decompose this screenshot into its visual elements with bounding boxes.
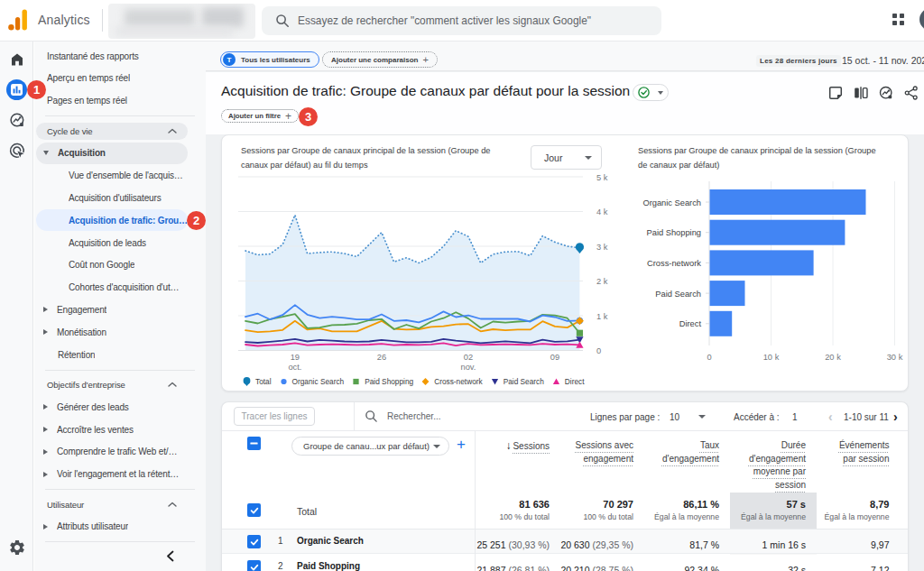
row-checkbox[interactable] — [247, 503, 261, 517]
legend-item[interactable]: Total — [242, 375, 272, 388]
svg-text:0: 0 — [596, 346, 601, 355]
pagination-range: 1-10 sur 11 — [844, 402, 889, 431]
chevron-up-icon — [168, 128, 177, 134]
row-index: 2 — [278, 561, 283, 571]
annotation-step-2: 2 — [187, 211, 206, 230]
sidebar-item[interactable]: Monétisation — [36, 321, 188, 343]
sidebar-divider — [45, 489, 195, 490]
column-header[interactable]: Duréed'engagementmoyenne parsession — [749, 439, 806, 492]
legend-item[interactable]: Paid Search — [490, 375, 544, 388]
column-header[interactable]: Événementspar session — [839, 439, 890, 465]
legend-label: Direct — [565, 377, 585, 386]
user-avatar[interactable] — [919, 8, 924, 31]
legend-item[interactable]: Cross-network — [420, 375, 482, 388]
svg-text:5 k: 5 k — [596, 173, 608, 182]
legend-item[interactable]: Direct — [551, 375, 585, 388]
insights-icon[interactable] — [879, 86, 893, 100]
sidebar-item[interactable]: Engagement — [36, 299, 188, 320]
table-card: Tracer les lignes Rechercher... Lignes p… — [221, 401, 909, 571]
add-dimension-icon[interactable]: + — [457, 436, 466, 454]
admin-gear-icon[interactable] — [8, 539, 26, 557]
sidebar-item[interactable]: Acquisition — [36, 143, 188, 164]
sessions-bar-chart: 010 k20 k30 kOrganic SearchPaid Shopping… — [633, 177, 912, 368]
svg-text:02: 02 — [464, 353, 473, 362]
legend-marker-circle-icon — [279, 375, 289, 388]
sidebar-item[interactable]: Voir l'engagement et la rétent… — [36, 464, 188, 485]
svg-text:Paid Search: Paid Search — [655, 290, 701, 299]
sidebar-item-label: Rétention — [58, 350, 95, 360]
row-index: 1 — [278, 536, 283, 546]
report-quality-pill[interactable] — [633, 84, 669, 101]
sidebar-section-header[interactable]: Utilisateur — [36, 496, 188, 513]
sidebar-item[interactable]: Aperçu en temps réel — [36, 68, 188, 89]
sidebar-item[interactable]: Acquisition d'utilisateurs — [36, 187, 188, 208]
add-filter-chip[interactable]: Ajouter un filtre + — [221, 109, 299, 123]
total-subtext: 100 % du total — [499, 512, 550, 521]
row-checkbox[interactable] — [247, 560, 261, 571]
prev-page-icon[interactable]: ‹ — [828, 402, 833, 431]
sidebar-item-label: Cohortes d'acquisition d'ut… — [69, 282, 179, 292]
interval-select[interactable]: Jour — [531, 145, 602, 170]
column-header[interactable]: ↓Sessions — [505, 439, 550, 454]
all-users-chip[interactable]: T Tous les utilisateurs — [220, 51, 319, 68]
legend-marker-diamond-icon — [420, 375, 430, 388]
legend-item[interactable]: Organic Search — [279, 375, 345, 388]
next-page-icon[interactable]: › — [893, 402, 898, 431]
go-to-page-input[interactable]: 1 — [792, 402, 798, 431]
property-selector-redacted[interactable] — [108, 4, 255, 39]
row-checkbox[interactable] — [247, 535, 261, 548]
notes-icon[interactable] — [828, 86, 843, 100]
sidebar-item[interactable]: Comprendre le trafic Web et/… — [36, 441, 188, 463]
sidebar-item[interactable]: Attributs utilisateur — [36, 516, 188, 538]
sidebar-section-header[interactable]: Objectifs d'entreprise — [36, 376, 188, 393]
add-comparison-chip[interactable]: Ajouter une comparaison + — [322, 51, 438, 68]
reports-icon[interactable] — [6, 79, 27, 100]
sidebar-item[interactable]: Vue d'ensemble de l'acquis… — [36, 165, 188, 187]
sidebar-item-label: Cycle de vie — [47, 126, 93, 136]
chevron-down-icon[interactable] — [698, 402, 706, 431]
google-analytics-logo-icon[interactable] — [8, 7, 30, 31]
sidebar-item[interactable]: Générer des leads — [36, 396, 188, 418]
collapse-sidebar-icon[interactable] — [166, 550, 174, 562]
legend-item[interactable]: Paid Shopping — [351, 375, 413, 388]
compare-ab-icon[interactable] — [854, 86, 868, 100]
rows-per-page-select[interactable]: 10 — [670, 402, 679, 431]
advertising-icon[interactable] — [8, 111, 26, 129]
sidebar-divider — [45, 541, 195, 542]
svg-text:Paid Shopping: Paid Shopping — [647, 228, 701, 237]
sidebar-item[interactable]: Pages en temps réel — [36, 90, 188, 112]
charts-card: Sessions par Groupe de canaux principal … — [221, 134, 909, 391]
home-icon[interactable] — [8, 51, 26, 69]
total-cell: 86,11 %Égal à la moyenne — [654, 499, 719, 521]
table-search-input[interactable]: Rechercher... — [387, 411, 440, 421]
metric-cell: 20 630 (29,35 %) — [560, 536, 633, 552]
table-row[interactable]: 1Organic Search25 251 (30,93 %)20 630 (2… — [222, 530, 908, 554]
column-header[interactable]: Tauxd'engagement — [662, 439, 719, 465]
sidebar-item[interactable]: Acquisition de trafic: Grou… — [36, 209, 188, 231]
sidebar-item[interactable]: Cohortes d'acquisition d'ut… — [36, 277, 188, 299]
metric-cell: 21 887 (26,81 %) — [476, 561, 550, 571]
global-search[interactable]: Essayez de rechercher "comment activer l… — [262, 6, 661, 35]
sidebar-section-header[interactable]: Cycle de vie — [36, 123, 188, 140]
select-all-checkbox[interactable] — [247, 437, 261, 450]
svg-text:nov.: nov. — [461, 363, 476, 371]
metric-cell: 7,12 — [871, 561, 889, 571]
sidebar-item[interactable]: Accroître les ventes — [36, 419, 188, 440]
dimension-selector[interactable]: Groupe de canau...ux par défaut) — [291, 437, 449, 456]
explore-icon[interactable] — [8, 142, 26, 160]
plot-rows-button[interactable]: Tracer les lignes — [234, 407, 315, 426]
sidebar-item[interactable]: Instantané des rapports — [36, 45, 188, 67]
sidebar-item-label: Générer des leads — [57, 402, 129, 412]
total-row-label: Total — [297, 506, 317, 517]
sidebar-item[interactable]: Acquisition de leads — [36, 232, 188, 253]
sidebar-item[interactable]: Coût non Google — [36, 254, 188, 276]
date-range-selector[interactable]: 15 oct. - 11 nov. 2025 — [842, 55, 924, 66]
table-row[interactable]: 2Paid Shopping21 887 (26,81 %)20 210 (28… — [222, 555, 908, 571]
svg-text:1 k: 1 k — [596, 312, 608, 321]
apps-grid-icon[interactable] — [892, 13, 905, 26]
sidebar-item-label: Acquisition — [58, 148, 106, 158]
sidebar-item[interactable]: Rétention — [36, 344, 188, 365]
column-header[interactable]: Sessions avecengagement — [576, 439, 633, 465]
share-icon[interactable] — [904, 86, 919, 100]
metric-cell: 32 s — [788, 561, 806, 571]
